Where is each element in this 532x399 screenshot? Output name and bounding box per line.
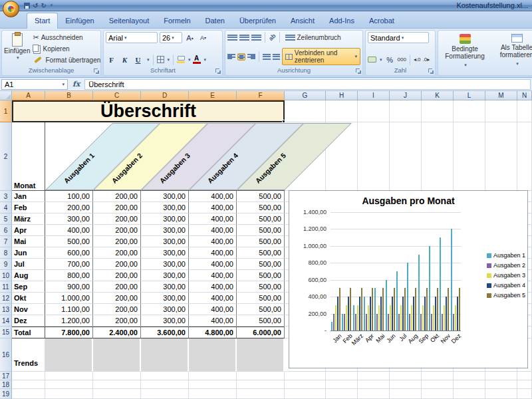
bold-button[interactable]: F [106, 54, 117, 65]
bar[interactable] [402, 297, 404, 331]
value-cell[interactable]: 200,00 [93, 225, 141, 236]
row-header-13[interactable]: 13 [0, 304, 12, 315]
fill-color-button[interactable] [177, 56, 185, 63]
value-cell[interactable]: 200,00 [93, 213, 141, 225]
name-box[interactable]: A1 ▾ [1, 79, 68, 90]
legend-item[interactable]: Ausgaben 5 [487, 292, 525, 299]
bar[interactable] [333, 314, 334, 331]
value-cell[interactable]: 300,00 [141, 293, 189, 304]
cell[interactable] [12, 389, 45, 399]
bar[interactable] [359, 297, 360, 331]
value-cell[interactable]: 500,00 [237, 315, 285, 327]
bar[interactable] [451, 229, 452, 331]
cell[interactable] [93, 389, 141, 399]
cell[interactable] [45, 372, 93, 380]
merged-title-cell[interactable]: Überschrift [12, 100, 285, 122]
bar[interactable] [366, 314, 367, 331]
row-header-6[interactable]: 6 [0, 225, 12, 236]
trend-cell[interactable] [93, 338, 141, 372]
bar[interactable] [337, 297, 338, 331]
value-cell[interactable]: 500,00 [237, 213, 285, 225]
value-cell[interactable]: 400,00 [189, 293, 237, 304]
value-cell[interactable]: 200,00 [93, 315, 141, 327]
bar[interactable] [448, 288, 449, 331]
cell[interactable] [45, 380, 93, 389]
tab--berpr-fen[interactable]: Überprüfen [232, 13, 283, 28]
font-family-combo[interactable]: Arial▾ [106, 32, 158, 43]
merge-center-button[interactable]: Verbinden und zentrieren ▾ [282, 48, 360, 65]
bar[interactable] [424, 297, 426, 331]
row-header-8[interactable]: 8 [0, 247, 12, 259]
bar[interactable] [431, 314, 432, 331]
column-header-N[interactable]: N [517, 91, 532, 100]
bar[interactable] [342, 314, 343, 331]
value-cell[interactable]: 700,00 [45, 259, 93, 270]
bar[interactable] [457, 297, 458, 331]
dialog-launcher-icon[interactable] [356, 68, 361, 74]
cell[interactable] [390, 380, 422, 389]
row-header-12[interactable]: 12 [0, 293, 12, 304]
value-cell[interactable]: 200,00 [93, 270, 141, 281]
dialog-launcher-icon[interactable] [215, 68, 221, 74]
bar[interactable] [357, 305, 358, 331]
value-cell[interactable]: 200,00 [93, 191, 141, 202]
paste-button[interactable]: Einfügen ▾ [4, 32, 30, 65]
cell[interactable] [141, 389, 189, 399]
tab-einf-gen[interactable]: Einfügen [58, 13, 101, 28]
legend-item[interactable]: Ausgaben 3 [487, 272, 525, 279]
value-cell[interactable]: 200,00 [93, 293, 141, 304]
tab-formeln[interactable]: Formeln [156, 13, 198, 28]
bar[interactable] [400, 305, 402, 331]
month-cell[interactable]: Aug [12, 270, 45, 281]
bar[interactable] [335, 305, 336, 331]
dialog-launcher-icon[interactable] [428, 68, 434, 74]
column-header-C[interactable]: C [93, 91, 141, 100]
value-cell[interactable]: 300,00 [141, 247, 189, 259]
bar[interactable] [368, 305, 369, 331]
total-cell[interactable]: 4.800,00 [189, 327, 237, 338]
value-cell[interactable]: 500,00 [237, 247, 285, 259]
value-cell[interactable]: 1.100,00 [45, 304, 93, 315]
qat-dropdown-icon[interactable]: ▾ [51, 3, 53, 8]
bar[interactable] [392, 297, 393, 331]
column-header-G[interactable]: G [285, 91, 326, 100]
wrap-text-button[interactable]: Zeilenumbruch [283, 33, 343, 42]
value-cell[interactable]: 300,00 [141, 304, 189, 315]
value-cell[interactable]: 500,00 [45, 236, 93, 247]
format-painter-button[interactable]: Format übertragen [33, 55, 100, 65]
bar[interactable] [394, 288, 395, 331]
cell[interactable] [189, 389, 237, 399]
font-color-button[interactable]: A [193, 56, 201, 64]
total-cell[interactable]: 6.000,00 [237, 327, 285, 338]
cell[interactable] [93, 380, 141, 389]
value-cell[interactable]: 400,00 [189, 202, 237, 213]
trend-cell[interactable] [237, 338, 285, 372]
cell[interactable] [485, 100, 517, 122]
value-cell[interactable]: 1.000,00 [45, 293, 93, 304]
cell[interactable] [326, 372, 358, 380]
row-header-3[interactable]: 3 [0, 191, 12, 202]
cell[interactable] [326, 100, 358, 122]
value-cell[interactable]: 500,00 [237, 281, 285, 293]
underline-button[interactable]: U [132, 54, 144, 65]
dialog-launcher-icon[interactable] [94, 68, 99, 74]
bar[interactable] [353, 305, 354, 331]
cell[interactable] [189, 380, 237, 389]
bar[interactable] [382, 288, 384, 331]
cell[interactable] [485, 122, 517, 191]
bar[interactable] [388, 314, 389, 331]
value-cell[interactable]: 500,00 [237, 236, 285, 247]
legend-item[interactable]: Ausgaben 2 [487, 262, 525, 269]
cell[interactable] [141, 372, 189, 380]
cell[interactable] [237, 372, 285, 380]
bar[interactable] [350, 288, 351, 331]
increase-indent-icon[interactable] [273, 53, 281, 61]
redo-icon[interactable]: ↻ [41, 2, 46, 9]
cell[interactable] [485, 389, 517, 399]
column-header-A[interactable]: A [12, 91, 45, 100]
cell[interactable] [517, 100, 532, 122]
tab-start[interactable]: Start [27, 13, 58, 29]
underline-dropdown-icon[interactable]: ▾ [147, 57, 150, 63]
shrink-font-button[interactable]: A▾ [198, 32, 209, 43]
value-cell[interactable]: 200,00 [45, 202, 93, 213]
